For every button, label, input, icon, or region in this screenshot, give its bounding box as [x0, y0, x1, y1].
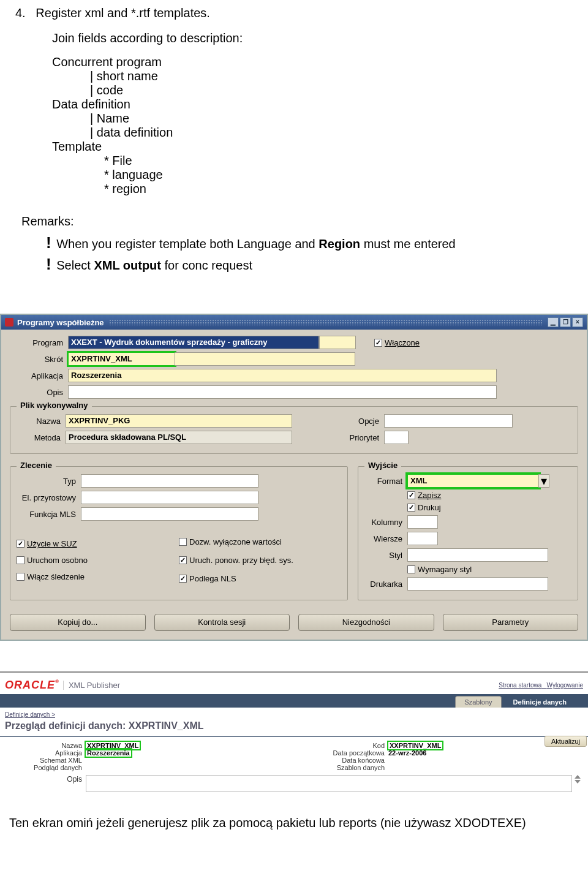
tab-definicje[interactable]: Definicje danych — [504, 696, 576, 708]
dozw-label: Dozw. wyłączone wartości — [189, 537, 282, 546]
label-skrot: Skrót — [10, 355, 68, 364]
remark2-c: for conc request — [161, 259, 252, 272]
checkbox-sledzenie[interactable]: Włącz śledzenie — [17, 572, 85, 581]
forms-titlebar[interactable]: Programy współbieżne ▁ ❐ × — [1, 315, 587, 330]
program-field[interactable]: XXEXT - Wydruk dokumentów sprzedaży - gr… — [68, 336, 319, 349]
close-button[interactable]: × — [572, 317, 583, 327]
typ-field[interactable] — [81, 474, 258, 488]
sledz-label: Włącz śledzenie — [27, 572, 85, 581]
checkbox-wymstyl[interactable]: Wymagany styl — [407, 565, 472, 574]
window-title: Programy współbieżne — [17, 318, 104, 327]
label-opis: Opis — [10, 388, 68, 397]
tree-shortname: | short name — [90, 69, 573, 83]
remark-2: ! Select XML output for conc request — [46, 255, 573, 274]
zapisz-label: Zapisz — [418, 491, 441, 500]
remark2-b: XML output — [94, 259, 161, 272]
label-nazwa: Nazwa — [17, 417, 66, 426]
xmlp-label-kod: Kod — [303, 742, 388, 749]
styl-field[interactable] — [407, 548, 548, 562]
xmlp-app-value: Rozszerzenia — [86, 749, 131, 757]
label-typ: Typ — [17, 477, 81, 486]
osobno-label: Uruchom osobno — [27, 556, 88, 565]
xmlp-label-app: Aplikacja — [24, 749, 86, 757]
restore-button[interactable]: ❐ — [560, 317, 571, 327]
kontrola-button[interactable]: Kontrola sesji — [154, 614, 290, 631]
xmlp-label-schema: Schemat XML — [24, 757, 86, 764]
opcje-field[interactable] — [384, 414, 513, 428]
remark1-c: must me entered — [360, 237, 456, 251]
legend-plik: Plik wykonywalny — [17, 401, 92, 410]
label-program: Program — [10, 338, 68, 347]
program-field-ext[interactable] — [319, 336, 356, 349]
drukarka-field[interactable] — [407, 577, 548, 591]
checkbox-suz[interactable]: ✓Użycie w SUZ — [17, 539, 77, 548]
wymstyl-label: Wymagany styl — [418, 565, 472, 574]
niezgodnosci-button[interactable]: Niezgodności — [298, 614, 434, 631]
remarks-heading: Remarks: — [21, 214, 573, 229]
nls-label: Podlega NLS — [189, 574, 236, 583]
breadcrumb[interactable]: Definicje danych > — [0, 708, 588, 719]
checkbox-zapisz[interactable]: ✓Zapisz — [407, 491, 441, 500]
uruch-label: Uruch. ponow. przy błęd. sys. — [189, 556, 293, 565]
tab-szablony[interactable]: Szablony — [455, 696, 501, 708]
xmlp-kod-value: XXPRTINV_XML — [388, 742, 442, 749]
tree-cp: Concurrent program — [52, 55, 573, 69]
kolumny-field[interactable] — [407, 515, 438, 529]
oracle-icon — [5, 318, 13, 327]
minimize-button[interactable]: ▁ — [548, 317, 559, 327]
excl-icon: ! — [46, 233, 51, 252]
metoda-field[interactable]: Procedura składowana PL/SQL — [66, 431, 292, 444]
label-aplikacja: Aplikacja — [10, 371, 68, 380]
format-dropdown-icon[interactable]: ▾ — [538, 474, 549, 488]
opis-field[interactable] — [68, 385, 497, 399]
label-elp: El. przyrostowy — [17, 493, 81, 502]
step-number: 4. — [15, 6, 26, 20]
link-wylog[interactable]: Wylogowanie — [547, 682, 583, 689]
label-styl: Styl — [364, 551, 407, 560]
checkbox-dozw[interactable]: Dozw. wyłączone wartości — [179, 537, 282, 546]
mls-field[interactable] — [81, 507, 258, 521]
link-strona[interactable]: Strona startowa — [499, 682, 541, 689]
kopiuj-button[interactable]: Kopiuj do... — [10, 614, 146, 631]
format-field[interactable]: XML — [407, 474, 539, 488]
checkbox-drukuj[interactable]: ✓Drukuj — [407, 503, 441, 512]
titlebar-decoration — [109, 319, 543, 325]
xmlp-toplinks[interactable]: Strona startowa Wylogowanie — [499, 682, 583, 689]
checkbox-wlaczone[interactable]: ✓Włączone — [374, 338, 420, 347]
checkbox-nls[interactable]: ✓Podlega NLS — [179, 574, 236, 583]
xmlp-header: Przegląd definicji danych: XXPRTINV_XML — [0, 719, 588, 737]
nazwa-field[interactable]: XXPRTINV_PKG — [66, 414, 292, 428]
xmlp-label-nazwa: Nazwa — [24, 742, 86, 749]
tree-region: * region — [104, 182, 573, 196]
excl-icon: ! — [46, 255, 51, 273]
xmlp-opis-field[interactable] — [86, 775, 572, 792]
label-kolumny: Kolumny — [364, 518, 407, 527]
tree-dddef: | data definition — [90, 126, 573, 140]
aktualizuj-button[interactable]: Aktualizuj — [545, 736, 587, 747]
priorytet-field[interactable] — [384, 431, 409, 444]
tree-lang: * language — [104, 168, 573, 182]
skrot-field[interactable]: XXPRTINV_XML — [68, 352, 175, 366]
wiersze-field[interactable] — [407, 532, 438, 545]
parametry-button[interactable]: Parametry — [443, 614, 579, 631]
remark2-a: Select — [56, 259, 94, 272]
xmlp-title: XML Publisher — [63, 681, 120, 690]
tree-tpl: Template — [52, 140, 573, 154]
fieldset-plik: Plik wykonywalny Nazwa XXPRTINV_PKG Opcj… — [10, 406, 578, 454]
elp-field[interactable] — [81, 491, 258, 504]
aplikacja-field[interactable]: Rozszerzenia — [68, 369, 497, 382]
remark1-a: When you register template both Language… — [56, 237, 318, 251]
checkbox-uruch[interactable]: ✓Uruch. ponow. przy błęd. sys. — [179, 556, 293, 565]
scroll-icon[interactable] — [575, 775, 581, 792]
xmlp-label-dp: Data początkowa — [303, 749, 388, 757]
label-format: Format — [364, 477, 407, 486]
step-text: Register xml and *.rtf templates. — [36, 6, 210, 20]
oracle-logo: ORACLE® — [5, 679, 59, 692]
remark1-b: Region — [318, 237, 360, 251]
skrot-field-ext[interactable] — [175, 352, 355, 366]
xmlp-label-opis: Opis — [24, 775, 86, 792]
checkbox-osobno[interactable]: Uruchom osobno — [17, 556, 88, 565]
xmlp-label-podglad: Podgląd danych — [24, 764, 86, 771]
xmlp-panel: ORACLE® XML Publisher Strona startowa Wy… — [0, 671, 588, 795]
legend-zlecenie: Zlecenie — [17, 461, 56, 470]
